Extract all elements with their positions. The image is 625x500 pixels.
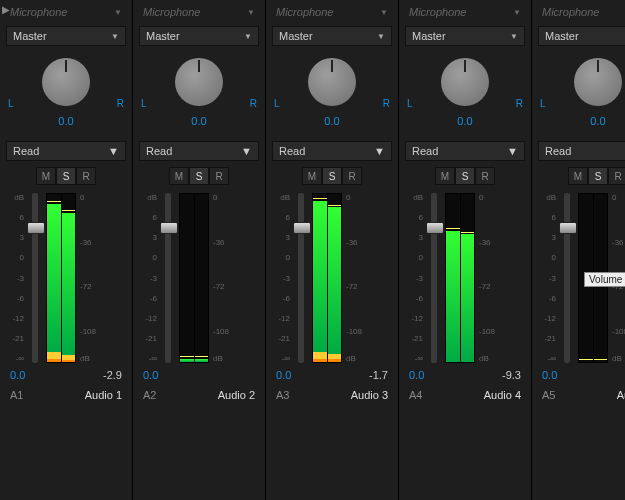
fader-value[interactable]: 0.0 <box>143 369 158 381</box>
fader[interactable] <box>558 193 576 363</box>
chevron-down-icon: ▼ <box>108 145 119 157</box>
track-name[interactable]: Audio 3 <box>351 389 388 401</box>
solo-button[interactable]: S <box>56 167 76 185</box>
mute-button[interactable]: M <box>568 167 588 185</box>
level-meter <box>46 193 76 363</box>
output-dropdown[interactable]: Master▼ <box>405 26 525 46</box>
pan-left-label: L <box>540 98 546 109</box>
pan-value[interactable]: 0.0 <box>139 115 259 127</box>
level-meter <box>179 193 209 363</box>
input-dropdown[interactable]: Microphone▼ <box>139 4 259 20</box>
solo-button[interactable]: S <box>455 167 475 185</box>
channel-strip: Microphone▼Master▼LR0.0Read▼MSRdB630-3-6… <box>0 0 133 500</box>
level-meter <box>445 193 475 363</box>
pan-knob[interactable] <box>441 58 489 106</box>
input-dropdown[interactable]: Microphone▼ <box>272 4 392 20</box>
automation-dropdown[interactable]: Read▼ <box>272 141 392 161</box>
track-name[interactable]: Audio 2 <box>218 389 255 401</box>
record-button[interactable]: R <box>608 167 625 185</box>
pan-knob[interactable] <box>175 58 223 106</box>
pan-section: LR0.0 <box>405 54 525 127</box>
pan-value[interactable]: 0.0 <box>272 115 392 127</box>
pan-knob[interactable] <box>574 58 622 106</box>
chevron-down-icon: ▼ <box>510 32 518 41</box>
pan-value[interactable]: 0.0 <box>6 115 126 127</box>
output-dropdown[interactable]: Master▼ <box>538 26 625 46</box>
fader-handle[interactable] <box>559 222 577 234</box>
chevron-down-icon: ▼ <box>244 32 252 41</box>
fader-handle[interactable] <box>27 222 45 234</box>
fader[interactable] <box>26 193 44 363</box>
pan-value[interactable]: 0.0 <box>405 115 525 127</box>
value-readout: 0.0-9.3 <box>405 369 525 381</box>
track-name[interactable]: Audio 1 <box>85 389 122 401</box>
peak-value[interactable]: -1.7 <box>369 369 388 381</box>
mute-button[interactable]: M <box>302 167 322 185</box>
fader-handle[interactable] <box>426 222 444 234</box>
track-name[interactable]: Audio 4 <box>484 389 521 401</box>
record-button[interactable]: R <box>76 167 96 185</box>
input-dropdown[interactable]: Microphone▼ <box>6 4 126 20</box>
track-name[interactable]: Audio 5 <box>617 389 625 401</box>
chevron-down-icon: ▼ <box>114 8 122 17</box>
automation-dropdown[interactable]: Read▼ <box>538 141 625 161</box>
meter-block: dB630-3-6-12-21-∞0-36-72-108dB <box>6 193 126 363</box>
tooltip: Volume <box>584 272 625 287</box>
fader-value[interactable]: 0.0 <box>409 369 424 381</box>
db-scale: dB630-3-6-12-21-∞ <box>272 193 292 363</box>
db-scale: 0-36-72-108dB <box>211 193 231 363</box>
pan-right-label: R <box>516 98 523 109</box>
track-id: A5 <box>542 389 555 401</box>
output-dropdown[interactable]: Master▼ <box>139 26 259 46</box>
pan-right-label: R <box>383 98 390 109</box>
track-id: A4 <box>409 389 422 401</box>
peak-value[interactable]: -2.9 <box>103 369 122 381</box>
record-button[interactable]: R <box>342 167 362 185</box>
meter-block: dB630-3-6-12-21-∞0-36-72-108dB <box>139 193 259 363</box>
db-scale: 0-36-72-108dB <box>344 193 364 363</box>
fader-handle[interactable] <box>160 222 178 234</box>
msr-buttons: MSR <box>435 167 495 185</box>
record-button[interactable]: R <box>475 167 495 185</box>
solo-button[interactable]: S <box>189 167 209 185</box>
track-label: A5Audio 5 <box>538 389 625 401</box>
fader-value[interactable]: 0.0 <box>276 369 291 381</box>
fader-handle[interactable] <box>293 222 311 234</box>
peak-value[interactable]: -9.3 <box>502 369 521 381</box>
fader[interactable] <box>292 193 310 363</box>
msr-buttons: MSR <box>302 167 362 185</box>
pan-knob[interactable] <box>308 58 356 106</box>
mute-button[interactable]: M <box>36 167 56 185</box>
solo-button[interactable]: S <box>322 167 342 185</box>
fader-value[interactable]: 0.0 <box>542 369 557 381</box>
automation-dropdown[interactable]: Read▼ <box>139 141 259 161</box>
pan-left-label: L <box>8 98 14 109</box>
solo-button[interactable]: S <box>588 167 608 185</box>
pan-left-label: L <box>407 98 413 109</box>
automation-dropdown[interactable]: Read▼ <box>6 141 126 161</box>
fader[interactable] <box>159 193 177 363</box>
track-id: A1 <box>10 389 23 401</box>
track-label: A3Audio 3 <box>272 389 392 401</box>
db-scale: dB630-3-6-12-21-∞ <box>405 193 425 363</box>
pan-knob[interactable] <box>42 58 90 106</box>
chevron-down-icon: ▼ <box>377 32 385 41</box>
db-scale: 0-36-72-108dB <box>477 193 497 363</box>
output-dropdown[interactable]: Master▼ <box>6 26 126 46</box>
pan-section: LR0.0 <box>139 54 259 127</box>
mute-button[interactable]: M <box>169 167 189 185</box>
pan-section: LR0.0 <box>272 54 392 127</box>
msr-buttons: MSR <box>568 167 625 185</box>
automation-dropdown[interactable]: Read▼ <box>405 141 525 161</box>
pan-right-label: R <box>250 98 257 109</box>
value-readout: 0.0 <box>538 369 625 381</box>
output-dropdown[interactable]: Master▼ <box>272 26 392 46</box>
msr-buttons: MSR <box>169 167 229 185</box>
mute-button[interactable]: M <box>435 167 455 185</box>
input-dropdown[interactable]: Microphone▼ <box>538 4 625 20</box>
input-dropdown[interactable]: Microphone▼ <box>405 4 525 20</box>
pan-value[interactable]: 0.0 <box>538 115 625 127</box>
fader-value[interactable]: 0.0 <box>10 369 25 381</box>
record-button[interactable]: R <box>209 167 229 185</box>
fader[interactable] <box>425 193 443 363</box>
